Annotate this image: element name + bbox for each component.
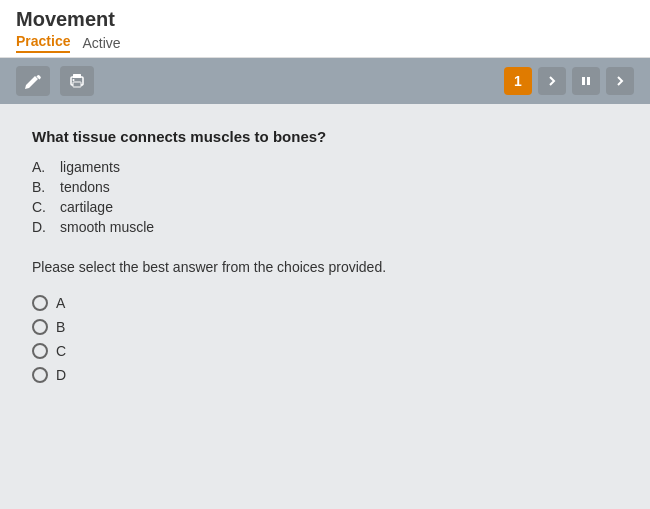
page-title: Movement	[16, 8, 634, 31]
radio-label-b: B	[56, 319, 65, 335]
choice-c-text: cartilage	[60, 199, 113, 215]
svg-rect-4	[582, 77, 585, 85]
radio-option-a[interactable]: A	[32, 295, 618, 311]
header: Movement Practice Active	[0, 0, 650, 58]
svg-rect-5	[587, 77, 590, 85]
pencil-button[interactable]	[16, 66, 50, 96]
pause-icon	[580, 75, 592, 87]
radio-options: A B C D	[32, 295, 618, 383]
chevron-right-icon	[546, 75, 558, 87]
radio-circle-b[interactable]	[32, 319, 48, 335]
nav-next-button[interactable]	[606, 67, 634, 95]
print-button[interactable]	[60, 66, 94, 96]
header-tabs: Practice Active	[16, 33, 634, 53]
chevron-next-icon	[614, 75, 626, 87]
toolbar-right: 1	[504, 67, 634, 95]
answer-choices: A. ligaments B. tendons C. cartilage D. …	[32, 159, 618, 235]
toolbar: 1	[0, 58, 650, 104]
svg-rect-1	[73, 74, 81, 78]
choice-b-text: tendons	[60, 179, 110, 195]
question-text: What tissue connects muscles to bones?	[32, 128, 618, 145]
toolbar-left	[16, 66, 94, 96]
choice-a-letter: A.	[32, 159, 52, 175]
choice-b: B. tendons	[32, 179, 618, 195]
choice-c-letter: C.	[32, 199, 52, 215]
svg-rect-2	[73, 82, 81, 87]
radio-circle-c[interactable]	[32, 343, 48, 359]
choice-d-letter: D.	[32, 219, 52, 235]
tab-active[interactable]: Active	[82, 35, 120, 51]
radio-label-d: D	[56, 367, 66, 383]
choice-d-text: smooth muscle	[60, 219, 154, 235]
radio-option-b[interactable]: B	[32, 319, 618, 335]
print-icon	[68, 72, 86, 90]
nav-pause-button[interactable]	[572, 67, 600, 95]
main-content: What tissue connects muscles to bones? A…	[0, 104, 650, 509]
pencil-icon	[24, 72, 42, 90]
instruction-text: Please select the best answer from the c…	[32, 259, 618, 275]
radio-circle-d[interactable]	[32, 367, 48, 383]
svg-point-3	[73, 79, 75, 81]
radio-option-c[interactable]: C	[32, 343, 618, 359]
choice-c: C. cartilage	[32, 199, 618, 215]
radio-label-a: A	[56, 295, 65, 311]
app-container: Movement Practice Active 1	[0, 0, 650, 509]
nav-prev-button[interactable]	[538, 67, 566, 95]
choice-a-text: ligaments	[60, 159, 120, 175]
tab-practice[interactable]: Practice	[16, 33, 70, 53]
choice-a: A. ligaments	[32, 159, 618, 175]
choice-d: D. smooth muscle	[32, 219, 618, 235]
radio-label-c: C	[56, 343, 66, 359]
radio-option-d[interactable]: D	[32, 367, 618, 383]
question-number-badge: 1	[504, 67, 532, 95]
radio-circle-a[interactable]	[32, 295, 48, 311]
choice-b-letter: B.	[32, 179, 52, 195]
